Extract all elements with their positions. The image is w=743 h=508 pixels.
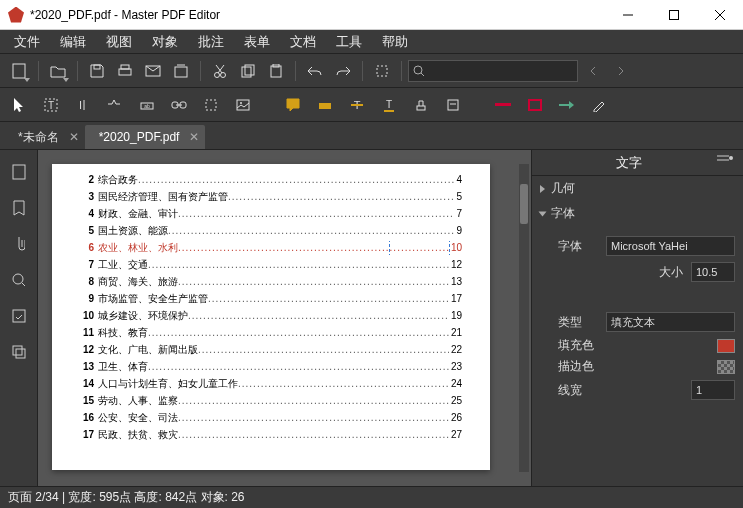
menu-编辑[interactable]: 编辑 (50, 31, 96, 53)
search-input[interactable] (429, 65, 573, 77)
bookmarks-button[interactable] (5, 194, 33, 222)
page[interactable]: 2综合政务...................................… (52, 164, 490, 470)
email-button[interactable] (140, 58, 166, 84)
svg-text:ab: ab (144, 103, 150, 109)
image-tool[interactable] (230, 92, 256, 118)
toc-row[interactable]: 15劳动、人事、监察..............................… (80, 394, 462, 408)
highlight-tool[interactable] (312, 92, 338, 118)
fill-color-swatch[interactable] (717, 339, 735, 353)
minimize-button[interactable] (605, 0, 651, 30)
scan-button[interactable] (168, 58, 194, 84)
search-prev-button[interactable] (580, 58, 606, 84)
save-button[interactable] (84, 58, 110, 84)
toc-row[interactable]: 14人口与计划生育、妇女儿童工作........................… (80, 377, 462, 391)
shape-tool[interactable] (102, 92, 128, 118)
toc-row[interactable]: 13卫生、体育.................................… (80, 360, 462, 374)
vertical-scrollbar[interactable] (519, 164, 529, 472)
line-tool[interactable] (490, 92, 516, 118)
type-select[interactable]: 填充文本 (606, 312, 735, 332)
menu-视图[interactable]: 视图 (96, 31, 142, 53)
zoom-fit-button[interactable] (369, 58, 395, 84)
toc-row[interactable]: 9市场监管、安全生产监管............................… (80, 292, 462, 306)
svg-rect-9 (175, 67, 187, 77)
size-spinner[interactable]: 10.5 (691, 262, 735, 282)
menu-文档[interactable]: 文档 (280, 31, 326, 53)
select-tool[interactable] (6, 92, 32, 118)
toc-row[interactable]: 12文化、广电、新闻出版............................… (80, 343, 462, 357)
stamp-tool[interactable] (408, 92, 434, 118)
toc-row[interactable]: 17民政、扶贫、救灾..............................… (80, 428, 462, 442)
maximize-button[interactable] (651, 0, 697, 30)
menubar: 文件编辑视图对象批注表单文档工具帮助 (0, 30, 743, 54)
toc-text: 国土资源、能源 (98, 224, 168, 238)
toc-row[interactable]: 16公安、安全、司法..............................… (80, 411, 462, 425)
rect-tool[interactable] (522, 92, 548, 118)
redo-button[interactable] (330, 58, 356, 84)
tab[interactable]: *未命名✕ (4, 125, 85, 149)
menu-表单[interactable]: 表单 (234, 31, 280, 53)
link-tool[interactable] (166, 92, 192, 118)
new-button[interactable] (6, 58, 32, 84)
toc-num: 12 (80, 344, 94, 355)
signatures-button[interactable] (5, 302, 33, 330)
edit-text-tool[interactable]: I (70, 92, 96, 118)
crop-tool[interactable] (198, 92, 224, 118)
note-tool[interactable] (280, 92, 306, 118)
close-icon[interactable]: ✕ (69, 130, 79, 144)
menu-文件[interactable]: 文件 (4, 31, 50, 53)
linewidth-value: 1 (696, 384, 702, 396)
search-next-button[interactable] (608, 58, 634, 84)
toc-page: 23 (451, 361, 462, 372)
menu-帮助[interactable]: 帮助 (372, 31, 418, 53)
scrollbar-thumb[interactable] (520, 184, 528, 224)
toc-row[interactable]: 5国土资源、能源................................… (80, 224, 462, 238)
copy-button[interactable] (235, 58, 261, 84)
strikeout-tool[interactable]: T (344, 92, 370, 118)
menu-对象[interactable]: 对象 (142, 31, 188, 53)
fill-label: 填充色 (558, 338, 709, 353)
paste-button[interactable] (263, 58, 289, 84)
open-button[interactable] (45, 58, 71, 84)
statusbar: 页面 2/34 | 宽度: 595点 高度: 842点 对象: 26 (0, 486, 743, 508)
toc-row[interactable]: 10城乡建设、环境保护.............................… (80, 309, 462, 323)
close-button[interactable] (697, 0, 743, 30)
toc-row[interactable]: 7工业、交通..................................… (80, 258, 462, 272)
underline-tool[interactable]: T (376, 92, 402, 118)
toc-row[interactable]: 6农业、林业、水利...............................… (80, 241, 462, 255)
toc-row[interactable]: 11科技、教育.................................… (80, 326, 462, 340)
attach-tool[interactable] (440, 92, 466, 118)
cut-button[interactable] (207, 58, 233, 84)
menu-批注[interactable]: 批注 (188, 31, 234, 53)
svg-line-2 (715, 10, 725, 20)
search-box[interactable] (408, 60, 578, 82)
close-icon[interactable]: ✕ (189, 130, 199, 144)
text-tool[interactable]: T (38, 92, 64, 118)
layers-button[interactable] (5, 338, 33, 366)
section-font[interactable]: 字体 (532, 201, 743, 226)
arrow-tool[interactable] (554, 92, 580, 118)
toc-row[interactable]: 4财政、金融、审计...............................… (80, 207, 462, 221)
form-tool[interactable]: ab (134, 92, 160, 118)
pencil-tool[interactable] (586, 92, 612, 118)
window-title: *2020_PDF.pdf - Master PDF Editor (30, 8, 220, 22)
undo-button[interactable] (302, 58, 328, 84)
toc-dots: ........................................… (148, 327, 449, 338)
section-geometry[interactable]: 几何 (532, 176, 743, 201)
stroke-color-swatch[interactable] (717, 360, 735, 374)
toc-row[interactable]: 3国民经济管理、国有资产监管..........................… (80, 190, 462, 204)
left-sidebar (0, 150, 38, 486)
document-canvas[interactable]: 2综合政务...................................… (38, 150, 531, 486)
tab[interactable]: *2020_PDF.pdf✕ (85, 125, 206, 149)
toc-row[interactable]: 2综合政务...................................… (80, 173, 462, 187)
linewidth-spinner[interactable]: 1 (691, 380, 735, 400)
search-panel-button[interactable] (5, 266, 33, 294)
menu-工具[interactable]: 工具 (326, 31, 372, 53)
attachments-button[interactable] (5, 230, 33, 258)
toc-row[interactable]: 8商贸、海关、旅游...............................… (80, 275, 462, 289)
thumbnails-button[interactable] (5, 158, 33, 186)
font-select[interactable]: Microsoft YaHei (606, 236, 735, 256)
panel-options-icon[interactable] (717, 154, 735, 172)
print-button[interactable] (112, 58, 138, 84)
toc-text: 商贸、海关、旅游 (98, 275, 178, 289)
toc-dots: ........................................… (148, 361, 449, 372)
